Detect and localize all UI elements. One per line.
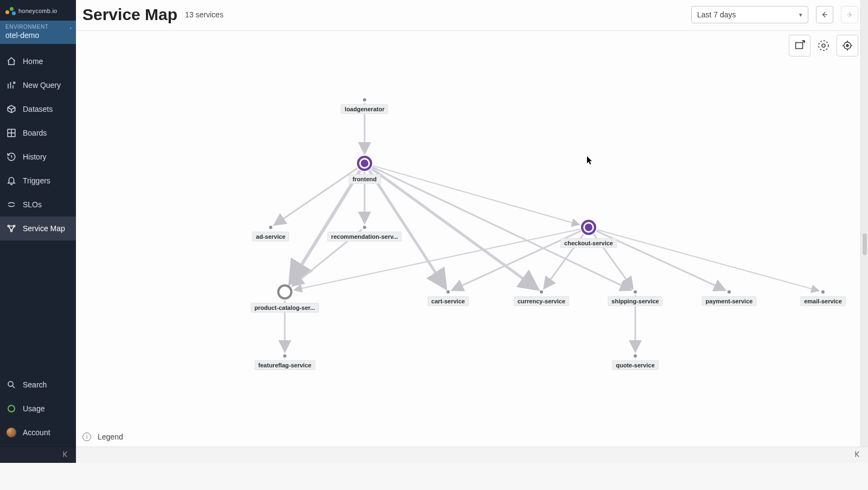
- sidebar-item-service-map[interactable]: Service Map: [0, 217, 76, 240]
- time-range-value: Last 7 days: [697, 10, 736, 19]
- sidebar-item-triggers[interactable]: Triggers: [0, 169, 76, 193]
- boards-icon: [7, 128, 16, 138]
- sidebar-item-datasets[interactable]: Datasets: [0, 97, 76, 121]
- service-node-label[interactable]: product-catalog-ser...: [251, 303, 319, 313]
- service-node-recommendation-service[interactable]: [363, 226, 366, 229]
- time-nav-forward-button[interactable]: [841, 6, 858, 23]
- chevron-down-icon: ▾: [799, 11, 802, 18]
- main-collapse-strip: [76, 447, 868, 463]
- service-node-label[interactable]: loadgenerator: [341, 104, 388, 114]
- service-node-label[interactable]: payment-service: [702, 296, 757, 306]
- usage-icon: [7, 404, 16, 413]
- service-node-frontend[interactable]: [357, 156, 372, 171]
- main-panel: Service Map 13 services Last 7 days ▾: [76, 0, 868, 447]
- service-map-canvas[interactable]: i Legend loadgeneratorfrontendad-service…: [76, 31, 868, 447]
- sidebar-item-label: History: [23, 152, 69, 161]
- service-node-ad-service[interactable]: [269, 226, 272, 229]
- sidebar-item-label: Account: [23, 428, 69, 437]
- service-node-quote-service[interactable]: [634, 354, 637, 358]
- package-icon: [7, 104, 16, 114]
- honeycomb-logo-icon: [4, 5, 16, 17]
- sidebar-item-search[interactable]: Search: [0, 373, 76, 397]
- sidebar-item-new-query[interactable]: New Query: [0, 73, 76, 97]
- sidebar-item-label: Home: [23, 57, 69, 66]
- collapse-panel-icon[interactable]: [854, 450, 863, 461]
- legend-label: Legend: [98, 432, 123, 441]
- secondary-nav: Search Usage Account: [0, 373, 76, 447]
- chevron-right-icon: ›: [70, 25, 72, 31]
- sidebar: honeycomb.io ENVIRONMENT otel-demo › Hom…: [0, 0, 76, 447]
- service-node-featureflag-service[interactable]: [283, 354, 286, 358]
- sidebar-item-home[interactable]: Home: [0, 49, 76, 73]
- sidebar-item-usage[interactable]: Usage: [0, 397, 76, 421]
- sidebar-item-label: Service Map: [23, 224, 69, 233]
- service-node-shipping-service[interactable]: [634, 290, 637, 294]
- svg-point-6: [8, 405, 15, 412]
- legend-toggle[interactable]: i Legend: [82, 432, 123, 441]
- sidebar-item-slos[interactable]: SLOs: [0, 193, 76, 217]
- service-node-checkout-service[interactable]: [581, 220, 596, 235]
- service-node-product-catalog-service[interactable]: [277, 284, 292, 300]
- service-node-email-service[interactable]: [821, 290, 825, 294]
- service-node-payment-service[interactable]: [727, 290, 731, 294]
- slo-icon: [7, 200, 16, 209]
- service-count: 13 services: [185, 10, 224, 19]
- brand-name: honeycomb.io: [18, 8, 58, 14]
- service-node-loadgenerator[interactable]: [363, 98, 366, 101]
- service-node-currency-service[interactable]: [540, 290, 543, 294]
- time-nav-back-button[interactable]: [816, 6, 833, 23]
- sidebar-item-label: Search: [23, 380, 69, 389]
- sidebar-item-account[interactable]: Account: [0, 421, 76, 444]
- sidebar-item-label: Datasets: [23, 105, 69, 113]
- environment-label: ENVIRONMENT: [5, 24, 71, 30]
- service-node-label[interactable]: recommendation-serv...: [327, 232, 401, 241]
- sidebar-item-boards[interactable]: Boards: [0, 121, 76, 145]
- avatar-icon: [7, 428, 16, 437]
- service-map-icon: [7, 224, 16, 233]
- sidebar-item-label: New Query: [23, 81, 69, 90]
- service-node-label[interactable]: currency-service: [514, 296, 569, 306]
- primary-nav: Home New Query Datasets Boards: [0, 44, 76, 373]
- time-range-select[interactable]: Last 7 days ▾: [691, 6, 808, 23]
- service-node-label[interactable]: cart-service: [427, 296, 469, 306]
- bell-icon: [7, 176, 16, 186]
- graph-edge[interactable]: [369, 170, 446, 288]
- graph-edge[interactable]: [372, 168, 538, 289]
- service-node-cart-service[interactable]: [446, 290, 450, 294]
- environment-picker[interactable]: ENVIRONMENT otel-demo ›: [0, 21, 76, 44]
- graph-edges: [76, 31, 868, 443]
- info-icon: i: [82, 432, 91, 441]
- brand-logo[interactable]: honeycomb.io: [0, 0, 76, 21]
- topbar: Service Map 13 services Last 7 days ▾: [76, 0, 868, 31]
- service-node-label[interactable]: checkout-service: [560, 238, 617, 248]
- page-title: Service Map: [82, 5, 177, 24]
- sidebar-item-label: Triggers: [23, 176, 69, 185]
- service-node-label[interactable]: quote-service: [612, 360, 659, 370]
- service-node-label[interactable]: featureflag-service: [254, 360, 315, 370]
- environment-name: otel-demo: [5, 31, 71, 40]
- sidebar-item-history[interactable]: History: [0, 145, 76, 169]
- svg-point-5: [8, 381, 13, 386]
- svg-point-0: [14, 82, 15, 84]
- sidebar-collapse-strip: [0, 447, 76, 463]
- service-node-label[interactable]: email-service: [800, 296, 846, 306]
- svg-point-3: [14, 225, 15, 227]
- graph-edge[interactable]: [290, 171, 360, 284]
- bottom-strip: [0, 447, 868, 463]
- sidebar-item-label: SLOs: [23, 200, 69, 209]
- sidebar-item-label: Usage: [23, 404, 69, 413]
- service-node-label[interactable]: shipping-service: [608, 296, 662, 306]
- search-icon: [7, 380, 16, 390]
- sidebar-item-label: Boards: [23, 129, 69, 137]
- history-icon: [7, 152, 16, 162]
- query-icon: [7, 80, 16, 90]
- vertical-scrollbar[interactable]: [860, 0, 868, 447]
- service-node-label[interactable]: ad-service: [252, 232, 289, 241]
- svg-point-4: [11, 230, 12, 232]
- collapse-sidebar-icon[interactable]: [62, 450, 71, 461]
- svg-point-2: [8, 225, 9, 227]
- service-node-label[interactable]: frontend: [349, 174, 381, 184]
- home-icon: [7, 56, 16, 66]
